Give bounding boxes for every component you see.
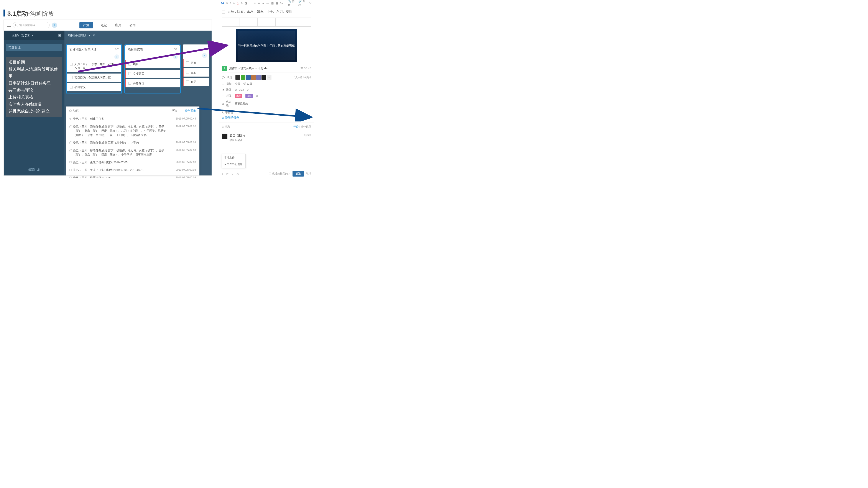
bold-icon[interactable]: B xyxy=(226,2,228,5)
add-member-icon[interactable]: + xyxy=(267,75,272,80)
progress-row[interactable]: ◔ 进度 ⊕ 30% ⊖ xyxy=(222,88,311,92)
attach-button[interactable]: 📎 附件 xyxy=(288,0,296,7)
card-text: 商务择优 xyxy=(133,82,144,85)
checkbox-icon[interactable] xyxy=(186,61,189,64)
checkbox-icon[interactable] xyxy=(186,80,189,83)
attach-icon[interactable]: ⏚ xyxy=(222,172,223,175)
kanban-column-2[interactable]: 项目白皮书0/8 + 项目… 立项原因 商务择优 xyxy=(124,44,181,94)
eraser-icon[interactable]: ◪ xyxy=(245,2,247,5)
tags-row[interactable]: ▢ 标签 规划 项负 ⊕ xyxy=(222,94,311,98)
emoji-icon[interactable]: ☺ xyxy=(231,172,234,175)
table-icon[interactable]: ▦ xyxy=(271,2,274,5)
kanban-card[interactable]: 石叁 xyxy=(183,59,209,67)
kanban-card[interactable]: 余恩 xyxy=(183,78,209,86)
board-title[interactable]: 项目启动阶段 xyxy=(68,33,86,37)
date-label: 日期 xyxy=(226,82,233,86)
sidebar-category-title: 范围管理 xyxy=(6,44,62,51)
close-icon[interactable]: ✕ xyxy=(309,1,312,6)
sidebar-header[interactable]: 全部计划 (29) ▾ ⊕ xyxy=(4,31,64,40)
progress-label: 进度 xyxy=(226,88,232,92)
empty-table[interactable] xyxy=(222,18,311,27)
nav-plan[interactable]: 计划 xyxy=(80,22,93,28)
task-checkbox[interactable] xyxy=(222,10,225,13)
indent-icon[interactable]: ⇥ xyxy=(262,2,264,5)
checkbox-icon[interactable] xyxy=(70,63,73,65)
send-button[interactable]: 发送 xyxy=(292,171,304,176)
upload-local[interactable]: 本地上传 xyxy=(222,154,245,161)
notify-checkbox[interactable]: 仅通知被@的人 xyxy=(269,172,290,175)
hamburger-icon[interactable] xyxy=(7,24,11,27)
kanban-card[interactable]: 商务择优 xyxy=(125,79,180,88)
tag-pill[interactable]: 项负 xyxy=(245,94,253,98)
topbar: 输入搜索内容 + 计划 笔记 应用 公司 xyxy=(4,20,212,31)
tab-comment[interactable]: 评论 xyxy=(172,109,177,112)
nav-app[interactable]: 应用 xyxy=(115,23,122,27)
italic-icon[interactable]: I xyxy=(230,2,230,5)
add-tag-icon[interactable]: ⊕ xyxy=(256,94,258,97)
strike-icon[interactable]: S xyxy=(233,2,235,5)
kanban-card[interactable]: 项目意义 xyxy=(67,83,121,91)
comment-author: 曼巴（王帅） xyxy=(229,134,247,137)
link-icon[interactable]: ⌘ xyxy=(236,172,239,175)
ol-icon[interactable]: ☰ xyxy=(250,2,252,5)
search-placeholder: 输入搜索内容 xyxy=(19,24,35,27)
hr-icon[interactable]: — xyxy=(267,2,269,5)
checkbox-icon[interactable] xyxy=(128,72,131,75)
add-card-icon[interactable]: + xyxy=(202,53,207,58)
kanban-card[interactable]: 人员：巨石、余恩、如鱼、小手、八刀、曼巴 xyxy=(67,60,121,72)
grid-icon: ⊞ xyxy=(222,102,224,105)
task-title[interactable]: 人员：巨石、余恩、如鱼、小手、八刀、曼巴 xyxy=(227,9,292,14)
progress-icon: ◔ xyxy=(222,88,224,91)
create-plan-button[interactable]: 创建计划 xyxy=(4,168,64,171)
checkbox-icon[interactable] xyxy=(70,76,73,79)
highlight-icon[interactable]: ✎ xyxy=(241,2,243,5)
mention-icon[interactable]: @ xyxy=(226,172,228,175)
slide-title-bold: 启动- xyxy=(16,10,30,17)
add-card-icon[interactable]: + xyxy=(173,55,178,59)
checkbox-icon[interactable] xyxy=(70,86,73,89)
add-card-icon[interactable]: + xyxy=(114,55,119,59)
priority-row[interactable]: ⊞ 优先级 重要且紧急 xyxy=(222,100,311,107)
upload-center[interactable]: 从文件中心选择 xyxy=(222,161,245,168)
kanban-column-3[interactable]: … + 石叁 巨石 余恩 xyxy=(183,44,209,94)
search-input[interactable]: 输入搜索内容 xyxy=(13,22,50,28)
kanban-card[interactable]: 立项原因 xyxy=(125,70,180,78)
attached-file[interactable]: S 焦作恒大悦龙台项目大计划.xlsx 91.57 KB xyxy=(222,64,311,72)
sidebar-add-icon[interactable]: ⊕ xyxy=(58,33,61,38)
date-row[interactable]: ☐ 日期 今天 - 7月12日 xyxy=(222,82,311,86)
checkbox-icon[interactable] xyxy=(128,63,131,65)
cancel-button[interactable]: 取消 xyxy=(306,172,311,175)
relate-button[interactable]: 🔗 关联 xyxy=(299,0,307,7)
tab-log[interactable]: 操作记录 xyxy=(185,109,196,112)
kanban-columns: 项目利益人相关沟通0/7 + 人员：巨石、余恩、如鱼、小手、八刀、曼巴 项目目的… xyxy=(66,44,212,94)
kanban-card[interactable]: 项目目的：创建恒大南苑小区 xyxy=(67,73,121,82)
kanban-card[interactable]: 巨石 xyxy=(183,68,209,76)
tag-pill[interactable]: 规划 xyxy=(235,94,242,98)
image-icon[interactable]: ▣ xyxy=(276,2,278,5)
font-size[interactable]: 14 xyxy=(221,2,224,5)
gear-icon[interactable]: ⚙ xyxy=(93,34,96,37)
align-icon[interactable]: ≣ xyxy=(258,2,260,5)
chevron-down-icon[interactable]: ▾ xyxy=(89,34,90,37)
checkbox-icon[interactable] xyxy=(186,71,189,74)
priority-label: 优先级 xyxy=(226,100,232,107)
file-size: 91.57 KB xyxy=(301,67,311,70)
link-icon[interactable]: % xyxy=(280,2,283,5)
task-title-row: 人员：巨石、余恩、如鱼、小手、八刀、曼巴 xyxy=(219,6,314,16)
nav-note[interactable]: 笔记 xyxy=(101,23,107,27)
nav-company[interactable]: 公司 xyxy=(129,23,136,27)
kanban-column-1[interactable]: 项目利益人相关沟通0/7 + 人员：巨石、余恩、如鱼、小手、八刀、曼巴 项目目的… xyxy=(66,44,122,94)
ul-icon[interactable]: ≡ xyxy=(254,2,256,5)
kanban-card[interactable]: 项目… xyxy=(125,60,180,68)
sidebar-category[interactable]: 范围管理 xyxy=(6,44,62,51)
checkbox-icon[interactable] xyxy=(128,82,131,85)
tab-log[interactable]: 操作记录 xyxy=(301,125,311,128)
slide-title: 3.1启动-沟通阶段 xyxy=(3,9,54,18)
member-avatars[interactable]: + xyxy=(236,75,272,80)
add-subtask-button[interactable]: ⊕ 添加子任务 xyxy=(222,116,311,120)
plus-icon[interactable]: ⊕ xyxy=(235,88,237,91)
tab-comment[interactable]: 评论 xyxy=(293,125,299,128)
add-button[interactable]: + xyxy=(52,23,57,28)
minus-icon[interactable]: ⊖ xyxy=(247,88,249,91)
text-color-icon[interactable]: A xyxy=(237,2,239,5)
